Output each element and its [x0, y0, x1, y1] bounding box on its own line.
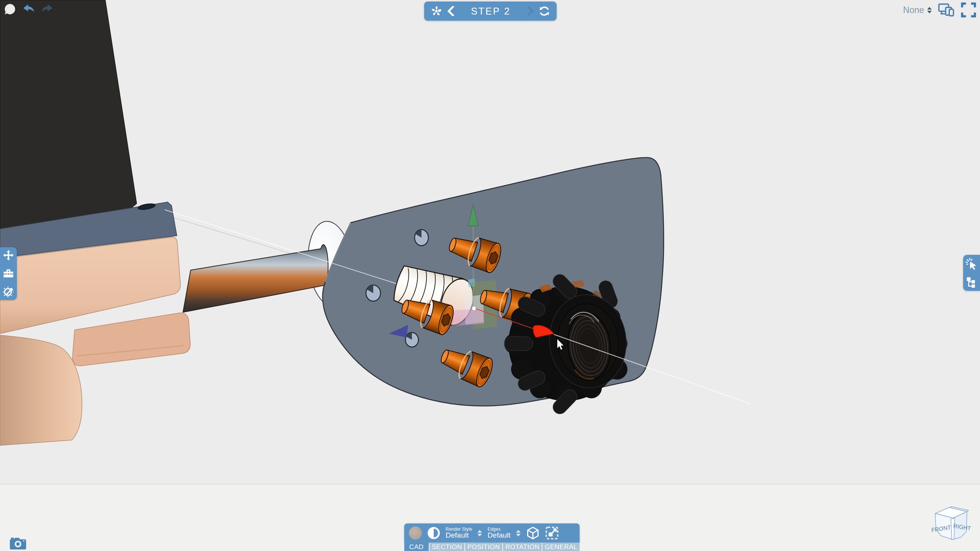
selection-dropdown[interactable]: None: [903, 5, 932, 15]
contrast-button[interactable]: [427, 527, 440, 540]
select-tool-button[interactable]: [965, 258, 978, 270]
bracket-hole-top: [415, 230, 428, 246]
expand-view-button[interactable]: [545, 526, 559, 540]
tab-rotation[interactable]: ROTATION: [503, 543, 542, 551]
gear-wrench-icon: [3, 286, 14, 298]
step-label: STEP 2: [459, 6, 523, 17]
tab-general[interactable]: GENERAL: [542, 543, 580, 551]
chevron-right-icon: [527, 7, 534, 16]
step-next-button[interactable]: [527, 7, 534, 16]
undo-arrow-icon: [22, 3, 35, 15]
devices-icon: [938, 3, 955, 17]
tab-label: GENERAL: [545, 543, 577, 551]
gizmo-plane-xz[interactable]: [451, 308, 484, 326]
view-tabs: CAD SECTION POSITION ROTATION GENERAL: [404, 543, 580, 551]
toolbox-button[interactable]: [3, 268, 14, 279]
step-restart-button[interactable]: [538, 5, 550, 17]
render-style-stepper[interactable]: [477, 530, 482, 536]
render-toolbar: Render Style Default Edges Default: [404, 523, 580, 551]
tab-label: POSITION: [467, 543, 500, 551]
part-cone-base[interactable]: [0, 335, 82, 445]
settings-button[interactable]: [3, 2, 17, 16]
edges-value: Default: [487, 531, 510, 539]
render-style-label: Render Style: [446, 527, 472, 532]
screenshot-button[interactable]: [9, 536, 27, 550]
selection-value: None: [903, 5, 924, 15]
right-toolbar: [963, 255, 980, 291]
chevron-left-icon: [446, 6, 455, 16]
move-tool-button[interactable]: [3, 249, 14, 261]
history-toolbar: [3, 2, 54, 16]
tab-label: CAD: [409, 543, 423, 551]
redo-button[interactable]: [41, 3, 54, 15]
pinwheel-icon: [430, 5, 443, 17]
tab-label: ROTATION: [505, 543, 539, 551]
part-dark-panel[interactable]: [0, 0, 137, 230]
refresh-icon: [538, 5, 550, 17]
bracket-hole-mid: [366, 285, 381, 301]
redo-arrow-icon: [41, 3, 54, 15]
edges-dropdown[interactable]: Edges Default: [487, 527, 510, 540]
cube-icon: [526, 526, 540, 540]
edges-label: Edges: [487, 527, 510, 532]
step-navigation-bar: STEP 2: [424, 2, 557, 21]
top-right-toolbar: None: [903, 2, 976, 18]
expand-icon: [545, 526, 559, 540]
devices-button[interactable]: [938, 3, 955, 17]
fullscreen-button[interactable]: [961, 2, 976, 18]
part-clamp-bar[interactable]: [72, 313, 190, 366]
tab-section[interactable]: SECTION: [430, 543, 464, 551]
gizmo-center-point[interactable]: [472, 306, 476, 310]
left-toolbar: [0, 247, 17, 300]
toolbox-icon: [3, 268, 14, 279]
step-previous-button[interactable]: [446, 6, 455, 16]
fullscreen-icon: [961, 2, 976, 18]
tab-label: SECTION: [432, 543, 462, 551]
cad-viewport[interactable]: [0, 0, 980, 551]
app-window: STEP 2 None: [0, 0, 980, 551]
render-style-dropdown[interactable]: Render Style Default: [446, 527, 472, 540]
contrast-icon: [427, 527, 440, 540]
bracket-hole-bottom: [405, 333, 418, 347]
selection-stepper[interactable]: [927, 7, 932, 13]
step-logo-button[interactable]: [430, 5, 443, 17]
move-arrows-icon: [3, 249, 14, 261]
hierarchy-icon: [966, 276, 977, 288]
solid-view-button[interactable]: [526, 526, 540, 540]
hierarchy-button[interactable]: [966, 276, 977, 288]
tab-position[interactable]: POSITION: [465, 543, 502, 551]
tool-settings-button[interactable]: [3, 286, 14, 298]
view-cube[interactable]: FRONT RIGHT: [926, 502, 975, 549]
cursor-click-icon: [965, 258, 978, 270]
camera-icon: [9, 536, 27, 550]
undo-button[interactable]: [22, 3, 35, 15]
render-style-value: Default: [446, 531, 472, 539]
gear-icon: [3, 2, 17, 16]
edges-stepper[interactable]: [516, 530, 521, 536]
material-swatch[interactable]: [409, 527, 422, 540]
tab-cad[interactable]: CAD: [404, 543, 429, 551]
